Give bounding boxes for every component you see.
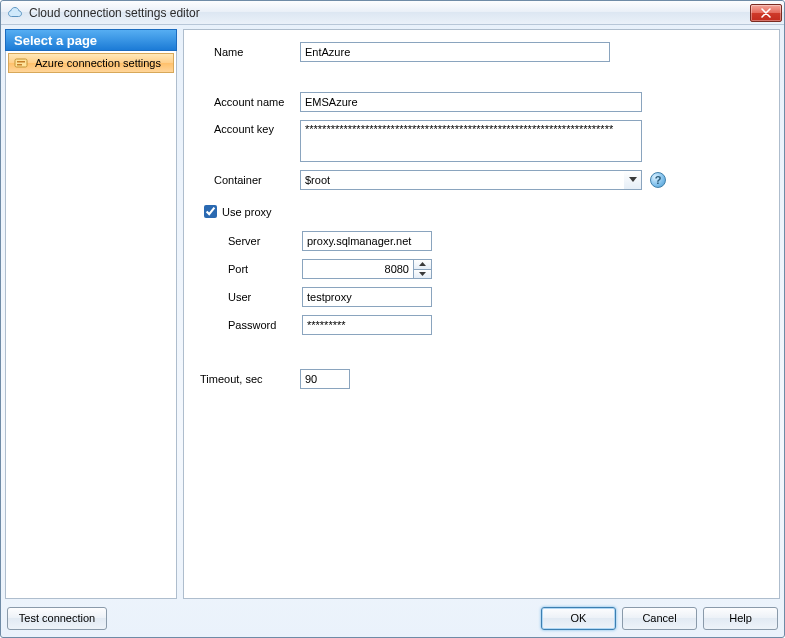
chevron-up-icon [419, 262, 426, 266]
chevron-down-icon [419, 272, 426, 276]
window-title: Cloud connection settings editor [29, 6, 750, 20]
client-area: Select a page Azure connection settings … [5, 29, 780, 633]
sidebar: Select a page Azure connection settings [5, 29, 177, 599]
cloud-icon [7, 5, 23, 21]
row-proxy-user: User [228, 287, 765, 307]
proxy-user-input[interactable] [302, 287, 432, 307]
proxy-password-label: Password [228, 319, 276, 331]
proxy-password-input[interactable] [302, 315, 432, 335]
sidebar-item-azure[interactable]: Azure connection settings [8, 53, 174, 73]
port-spin[interactable] [414, 259, 432, 279]
svg-rect-1 [17, 61, 25, 63]
close-button[interactable] [750, 4, 782, 22]
proxy-port-stepper[interactable] [302, 259, 432, 279]
account-key-input[interactable] [300, 120, 642, 162]
account-name-label: Account name [214, 96, 284, 108]
use-proxy-checkbox[interactable] [204, 205, 217, 218]
container-label: Container [214, 174, 262, 186]
help-button[interactable]: Help [703, 607, 778, 630]
sidebar-item-label: Azure connection settings [35, 57, 161, 69]
titlebar[interactable]: Cloud connection settings editor [1, 1, 784, 25]
row-name: Name [214, 42, 765, 62]
cancel-button[interactable]: Cancel [622, 607, 697, 630]
sidebar-header: Select a page [5, 29, 177, 51]
container-dropdown-button[interactable] [624, 170, 642, 190]
row-proxy-port: Port [228, 259, 765, 279]
proxy-port-label: Port [228, 263, 248, 275]
row-account-key: Account key [214, 120, 765, 162]
port-spin-up[interactable] [414, 260, 431, 269]
container-input[interactable] [300, 170, 642, 190]
svg-rect-0 [15, 59, 27, 67]
row-container: Container ? [214, 170, 765, 190]
form-panel: Name Account name Account key Container [183, 29, 780, 599]
dialog-window: Cloud connection settings editor Select … [0, 0, 785, 638]
row-use-proxy: Use proxy [200, 202, 765, 221]
azure-icon [13, 55, 29, 71]
name-label: Name [214, 46, 243, 58]
name-input[interactable] [300, 42, 610, 62]
ok-button[interactable]: OK [541, 607, 616, 630]
account-name-input[interactable] [300, 92, 642, 112]
proxy-server-input[interactable] [302, 231, 432, 251]
close-icon [761, 8, 771, 18]
chevron-down-icon [629, 177, 637, 183]
proxy-server-label: Server [228, 235, 260, 247]
container-combo[interactable] [300, 170, 642, 190]
help-icon[interactable]: ? [650, 172, 666, 188]
account-key-label: Account key [214, 123, 274, 135]
svg-rect-2 [17, 64, 22, 66]
row-timeout: Timeout, sec [200, 369, 765, 389]
row-proxy-password: Password [228, 315, 765, 335]
proxy-port-input[interactable] [302, 259, 414, 279]
workarea: Select a page Azure connection settings … [5, 29, 780, 599]
button-bar: Test connection OK Cancel Help [5, 603, 780, 633]
use-proxy-label[interactable]: Use proxy [222, 206, 272, 218]
port-spin-down[interactable] [414, 269, 431, 279]
test-connection-button[interactable]: Test connection [7, 607, 107, 630]
row-account-name: Account name [214, 92, 765, 112]
row-proxy-server: Server [228, 231, 765, 251]
timeout-input[interactable] [300, 369, 350, 389]
timeout-label: Timeout, sec [200, 373, 263, 385]
sidebar-list: Azure connection settings [5, 51, 177, 599]
proxy-block: Server Port Us [228, 231, 765, 335]
proxy-user-label: User [228, 291, 251, 303]
